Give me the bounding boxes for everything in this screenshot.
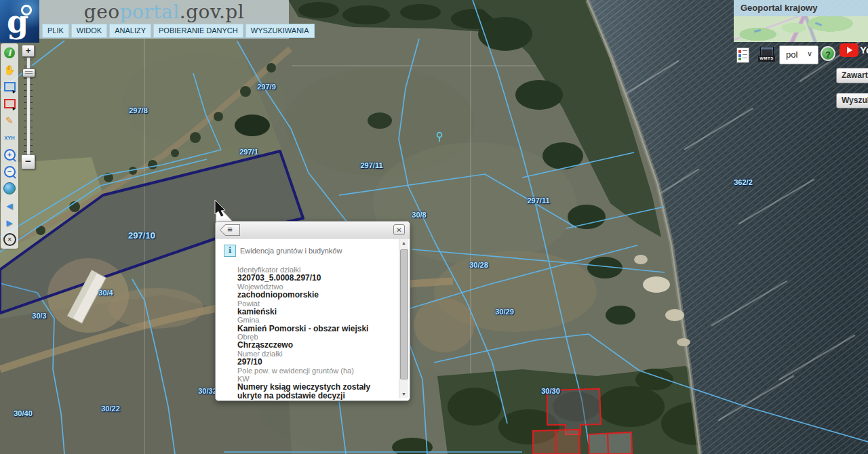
identify-info-button[interactable]: i bbox=[2, 45, 17, 60]
close-icon[interactable]: ✕ bbox=[393, 224, 405, 235]
menu-wyszukiwania[interactable]: WYSZUKIWANIA bbox=[245, 24, 315, 38]
parcel-label: 30/4 bbox=[98, 289, 113, 297]
legend-icon bbox=[738, 50, 741, 60]
geoportal-logo[interactable]: g bbox=[0, 0, 39, 43]
list-icon: ≡ bbox=[227, 224, 233, 234]
parcel-label: 297/11 bbox=[360, 161, 382, 169]
xyh-icon: XYH bbox=[4, 135, 14, 141]
attribute-row: Numery ksiąg wieczystych zostały ukryte … bbox=[237, 383, 399, 400]
parcel-label: 30/30 bbox=[541, 387, 560, 395]
cursor-arrow-icon: ▲ bbox=[10, 104, 18, 112]
legend-button[interactable] bbox=[736, 47, 749, 63]
help-button[interactable]: ? bbox=[821, 46, 835, 61]
menu-widok[interactable]: WIDOK bbox=[71, 24, 107, 38]
magnifier-minus-icon: − bbox=[4, 166, 16, 178]
magnifier-plus-icon: + bbox=[4, 149, 16, 161]
zoom-in-button[interactable]: + bbox=[22, 45, 35, 57]
wmts-label: WMTS bbox=[758, 56, 775, 62]
info-icon: i bbox=[224, 245, 236, 257]
info-icon: i bbox=[4, 47, 15, 58]
overview-feature bbox=[754, 29, 761, 33]
scroll-up-icon[interactable]: ▲ bbox=[399, 239, 408, 247]
select-area-red-button[interactable]: ▲ bbox=[2, 96, 17, 111]
parcel-label: 30/28 bbox=[469, 261, 488, 269]
title-bar: geoportal.gov.pl PLIK WIDOK ANALIZY POBI… bbox=[39, 0, 289, 39]
site-title: geoportal.gov.pl bbox=[39, 1, 289, 23]
geoportal-app: 297/9 297/8 297/1 297/11 30/8 297/11 30/… bbox=[0, 0, 868, 454]
wmts-button[interactable]: WMTS bbox=[758, 47, 775, 62]
logo-globe-icon bbox=[21, 5, 32, 16]
attribute-row: Pole pow. w ewidencji gruntów (ha) bbox=[237, 367, 399, 375]
scrollbar-thumb[interactable] bbox=[400, 249, 408, 379]
cursor-arrow-icon: ▲ bbox=[10, 87, 18, 95]
zoom-out-button[interactable]: − bbox=[21, 154, 35, 169]
popup-title: Ewidencja gruntów i budynków bbox=[240, 247, 342, 255]
parcel-label: 297/1 bbox=[239, 148, 258, 156]
title-geo: geo bbox=[84, 1, 120, 23]
parcel-label: 30/40 bbox=[14, 409, 33, 417]
identify-popup: ≡ ✕ i Ewidencja gruntów i budynków Ident… bbox=[215, 221, 410, 401]
hand-icon: ✋ bbox=[3, 64, 15, 75]
legend-lines-icon bbox=[743, 50, 747, 60]
menu-pobieranie-danych[interactable]: POBIERANIE DANYCH bbox=[153, 24, 243, 38]
chevron-down-icon: ∨ bbox=[807, 49, 812, 58]
menu-plik[interactable]: PLIK bbox=[42, 24, 69, 38]
parcel-label: 30/32 bbox=[198, 387, 217, 395]
title-gov: .gov.pl bbox=[180, 1, 244, 23]
coordinates-xyh-button[interactable]: XYH bbox=[2, 130, 17, 145]
arrow-left-icon: ◄ bbox=[5, 200, 15, 211]
attribute-row: Numer działki 297/10 bbox=[237, 350, 399, 367]
popup-scrollbar[interactable]: ▲ ▼ bbox=[399, 239, 408, 398]
select-area-blue-button[interactable]: ▲ bbox=[2, 79, 17, 94]
parcel-label: 297/9 bbox=[257, 83, 276, 91]
main-menu: PLIK WIDOK ANALIZY POBIERANIE DANYCH WYS… bbox=[42, 24, 315, 38]
parcel-label: 362/2 bbox=[734, 178, 753, 186]
monitor-icon bbox=[760, 47, 774, 56]
previous-view-button[interactable]: ◄ bbox=[2, 198, 17, 213]
overview-map[interactable] bbox=[734, 16, 868, 42]
overview-title: Geoportal krajowy bbox=[734, 0, 868, 16]
menu-analizy[interactable]: ANALIZY bbox=[109, 24, 151, 38]
full-extent-button[interactable] bbox=[2, 181, 17, 196]
parcel-label: 30/29 bbox=[495, 308, 514, 316]
attribute-row: Gmina Kamień Pomorski - obszar wiejski bbox=[237, 316, 399, 333]
attribute-row: Obręb Chrząszczewo bbox=[237, 333, 399, 350]
parcel-label: 297/8 bbox=[129, 106, 148, 115]
title-portal: portal bbox=[120, 1, 180, 23]
map-contents-panel-button[interactable]: Zawart bbox=[836, 68, 868, 83]
youtube-link[interactable]: You bbox=[840, 43, 868, 58]
scroll-down-icon[interactable]: ▼ bbox=[399, 390, 408, 398]
zoom-slider-handle[interactable] bbox=[22, 68, 35, 77]
map-canvas[interactable] bbox=[0, 0, 868, 454]
pencil-icon: ✎ bbox=[5, 115, 14, 126]
zoom-in-tool-button[interactable]: + bbox=[2, 147, 17, 162]
pan-button[interactable]: ✋ bbox=[2, 62, 17, 77]
parcel-label-selected: 297/10 bbox=[128, 230, 155, 241]
attribute-row: Województwo zachodniopomorskie bbox=[237, 283, 399, 300]
attribute-row: Powiat kamieński bbox=[237, 300, 399, 316]
next-view-button[interactable]: ► bbox=[2, 215, 17, 230]
clear-selection-button[interactable]: ✕ bbox=[2, 232, 17, 247]
parcel-label: 30/22 bbox=[101, 405, 120, 413]
popup-body: i Ewidencja gruntów i budynków Identyfik… bbox=[216, 239, 399, 400]
overview-feature bbox=[815, 22, 822, 26]
map-toolbar: i ✋ ▲ ▲ ✎ XYH + − ◄ ► ✕ bbox=[1, 43, 18, 249]
parcel-label: 297/11 bbox=[527, 197, 549, 205]
overview-map-panel[interactable]: Geoportal krajowy bbox=[734, 0, 868, 42]
arrow-right-icon: ► bbox=[5, 217, 15, 228]
globe-icon bbox=[3, 182, 16, 194]
language-select[interactable]: pol ∨ bbox=[779, 45, 818, 64]
zoom-out-tool-button[interactable]: − bbox=[2, 164, 17, 179]
search-panel-button[interactable]: Wyszuk bbox=[836, 93, 868, 108]
cross-circle-icon: ✕ bbox=[3, 233, 16, 246]
parcel-label: 30/8 bbox=[412, 211, 426, 219]
popup-header: ≡ ✕ bbox=[216, 222, 410, 239]
attribute-row: Identyfikator działki 320703_5.0008.297/… bbox=[237, 266, 399, 283]
measure-button[interactable]: ✎ bbox=[2, 113, 17, 128]
back-to-results-button[interactable]: ≡ bbox=[220, 224, 240, 236]
attribute-list: Identyfikator działki 320703_5.0008.297/… bbox=[237, 266, 399, 400]
parcel-label: 30/3 bbox=[32, 312, 46, 320]
youtube-play-icon bbox=[840, 43, 859, 57]
youtube-text: You bbox=[860, 44, 868, 56]
language-value: pol bbox=[786, 49, 797, 60]
